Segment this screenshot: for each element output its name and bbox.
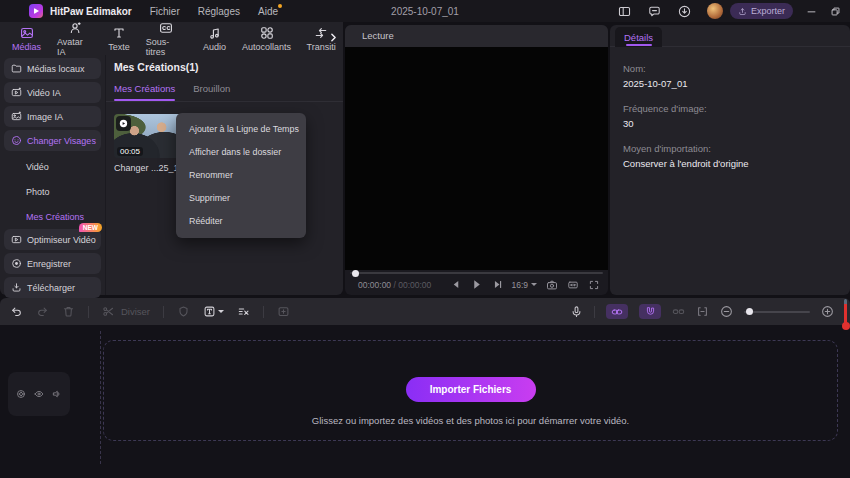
divider [88,306,89,318]
sidebar-item-video-ia[interactable]: Vidéo IA [4,82,101,103]
divider [163,306,164,318]
details-panel: Détails Nom: 2025-10-07_01 Fréquence d'i… [610,25,850,295]
menu-item-add-to-timeline[interactable]: Ajouter à la Ligne de Temps [176,118,306,141]
speaker-icon[interactable] [52,389,62,399]
zoom-out-icon[interactable] [720,305,733,318]
sidebar-item-video[interactable]: Vidéo [0,154,105,179]
sidebar-item-changer-visages[interactable]: Changer Visages [4,130,101,151]
snapshot-camera-icon[interactable] [546,279,558,291]
divider [106,101,343,102]
menu-aide[interactable]: Aide [258,6,278,17]
undo-icon[interactable] [10,305,23,318]
menu-item-delete[interactable]: Supprimer [176,187,306,210]
import-dropzone[interactable]: Importer Fichiers Glissez ou importez de… [103,340,838,441]
tab-sous-titres[interactable]: Sous-titres [138,21,195,57]
tab-details[interactable]: Détails [615,27,662,47]
track-header [8,372,70,416]
download-circle-icon[interactable] [678,5,691,18]
restore-icon[interactable] [830,6,841,17]
sidebar-item-optimiseur-video[interactable]: Optimiseur Vidéo NEW [4,229,101,250]
tab-avatar-ia[interactable]: Avatar IA [49,21,100,57]
media-caption: Changer ...25_10_ [114,163,184,173]
export-button[interactable]: Exporter [730,3,793,19]
app-window: HitPaw Edimakor Fichier Réglages Aide 20… [0,0,850,478]
sidebar-item-enregistrer[interactable]: Enregistrer [4,253,101,274]
prev-frame-icon[interactable] [451,280,460,289]
ribbon-tabs: Médias Avatar IA Texte Sous-titres Audio… [0,22,343,55]
record-icon [11,258,22,269]
field-label-nom: Nom: [623,63,837,74]
tab-mes-creations[interactable]: Mes Créations [114,83,175,101]
transitions-icon [314,26,328,40]
layout-panels-icon[interactable] [618,5,631,18]
sidebar-item-photo[interactable]: Photo [0,179,105,204]
snap-magnet-toggle[interactable] [639,304,661,319]
document-title: 2025-10-07_01 [300,6,550,17]
mask-shield-icon[interactable] [177,305,190,318]
feedback-icon[interactable] [648,5,661,18]
link-icon [611,306,623,318]
fullscreen-icon[interactable] [588,279,600,291]
microphone-icon[interactable] [570,305,583,318]
video-viewport[interactable] [345,47,608,270]
toolbar-left-group: Diviser [10,298,290,325]
resize-icon[interactable] [567,279,579,291]
transport-controls [451,279,502,290]
timeline-zoom-slider[interactable] [744,311,810,313]
delete-icon[interactable] [62,305,75,318]
aspect-ratio-select[interactable]: 16:9 [511,280,537,290]
tab-audio[interactable]: Audio [195,26,234,52]
play-circle-icon [118,118,129,129]
new-badge: NEW [79,223,102,232]
playback-controls: 00:00:00 / 00:00:00 16:9 [345,274,608,295]
remove-text-icon[interactable] [237,305,250,318]
link-clips-toggle[interactable] [606,304,628,319]
field-label-importation: Moyen d'importation: [623,143,837,154]
text-icon [112,26,126,40]
tab-autocollants[interactable]: Autocollants [234,26,299,52]
sidebar-item-image-ia[interactable]: Image IA [4,106,101,127]
titlebar: HitPaw Edimakor Fichier Réglages Aide 20… [0,0,850,22]
eye-icon[interactable] [34,389,44,399]
tab-brouillon[interactable]: Brouillon [193,83,230,101]
play-icon[interactable] [471,279,482,290]
text-tool-button[interactable] [203,305,224,318]
caret-down-icon [218,310,224,313]
menu-item-show-in-folder[interactable]: Afficher dans le dossier [176,141,306,164]
import-files-button[interactable]: Importer Fichiers [406,377,536,402]
trim-range-icon[interactable] [696,305,709,318]
text-box-icon [203,305,216,318]
split-label[interactable]: Diviser [121,306,150,317]
menu-fichier[interactable]: Fichier [150,6,180,17]
tab-texte[interactable]: Texte [100,26,138,52]
toolbar-right-group [570,298,834,325]
timeline-toolbar: Diviser [0,298,850,325]
menu-item-reedit[interactable]: Rééditer [176,210,306,233]
image-ai-icon [11,111,22,122]
freeze-frame-icon[interactable] [277,305,290,318]
sidebar-item-medias-locaux[interactable]: Médias locaux [4,58,101,79]
unlink-icon[interactable] [672,305,685,318]
field-value-nom: 2025-10-07_01 [623,78,837,89]
tab-medias[interactable]: Médias [4,26,49,52]
split-scissors-icon[interactable] [102,305,115,318]
sidebar-item-telecharger[interactable]: Télécharger [4,277,101,298]
menu-item-rename[interactable]: Renommer [176,164,306,187]
context-menu: Ajouter à la Ligne de Temps Afficher dan… [176,113,306,238]
minimize-icon[interactable] [806,6,817,17]
volume-level-slider[interactable] [844,299,847,326]
avatar-icon [68,21,82,35]
menu-reglages[interactable]: Réglages [198,6,240,17]
chevron-right-icon[interactable] [327,31,340,44]
zoom-in-icon[interactable] [821,305,834,318]
duration-badge: 00:05 [117,147,143,156]
face-swap-icon [11,135,22,146]
redo-icon[interactable] [36,305,49,318]
field-value-importation: Conserver à l'endroit d'origine [623,158,837,169]
next-frame-icon[interactable] [493,280,502,289]
film-track-icon[interactable] [16,389,26,399]
user-avatar[interactable] [707,3,723,19]
volume-slider-handle[interactable] [842,322,850,330]
zoom-slider-handle[interactable] [746,308,753,315]
media-thumbnail[interactable]: 00:05 [114,114,182,158]
